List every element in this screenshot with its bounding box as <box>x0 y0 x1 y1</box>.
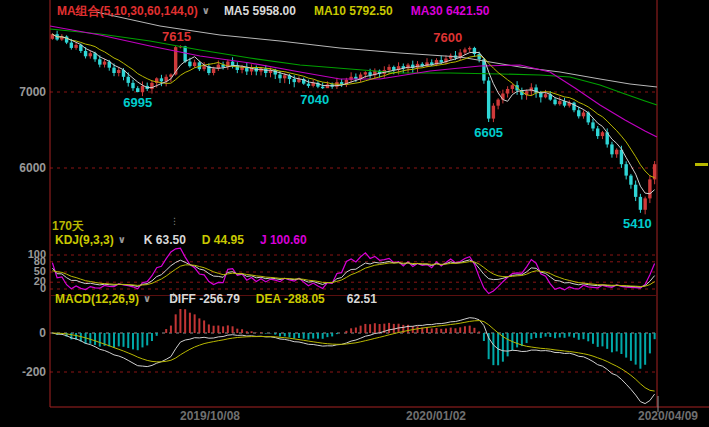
ma-group-chevron-icon[interactable]: ∨ <box>202 4 210 18</box>
ma30-value: MA30 6421.50 <box>411 4 490 18</box>
pane-divider-handle[interactable]: ⋮ <box>170 219 179 223</box>
macd-tick-label: 0 <box>4 326 46 340</box>
chart-canvas[interactable] <box>0 0 709 427</box>
kdj-header: KDJ(9,3,3) ∨ K 63.50 D 44.95 J 100.60 <box>55 233 307 247</box>
macd-chevron-icon[interactable]: ∨ <box>143 292 151 306</box>
macd-diff-value: DIFF -256.79 <box>169 292 240 306</box>
macd-title[interactable]: MACD(12,26,9) <box>55 292 139 306</box>
y-tick-label: 6000 <box>4 161 46 175</box>
macd-tick-label: -200 <box>4 365 46 379</box>
kdj-d-value: D 44.95 <box>202 233 244 247</box>
price-annotation: 7600 <box>433 30 462 45</box>
macd-header: MACD(12,26,9) ∨ DIFF -256.79 DEA -288.05… <box>55 292 377 306</box>
macd-dea-value: DEA -288.05 <box>256 292 325 306</box>
ma10-value: MA10 5792.50 <box>314 4 393 18</box>
price-annotation: 6605 <box>474 125 503 140</box>
ma-group-label[interactable]: MA组合(5,10,30,60,144,0) <box>57 4 198 18</box>
kdj-chevron-icon[interactable]: ∨ <box>118 233 126 247</box>
date-label: 2020/01/02 <box>406 409 466 423</box>
kdj-j-value: J 100.60 <box>260 233 307 247</box>
kdj-k-value: K 63.50 <box>144 233 186 247</box>
macd-bar-value: 62.51 <box>347 292 377 306</box>
price-annotation: 6995 <box>123 95 152 110</box>
pane-divider-handle[interactable]: ⋮ <box>169 294 178 298</box>
kdj-title[interactable]: KDJ(9,3,3) <box>55 233 114 247</box>
main-header: MA组合(5,10,30,60,144,0) ∨ MA5 5958.00 MA1… <box>57 4 489 18</box>
price-annotation: 5410 <box>623 216 652 231</box>
y-tick-label: 7000 <box>4 85 46 99</box>
price-annotation: 7040 <box>300 92 329 107</box>
ma5-value: MA5 5958.00 <box>224 4 296 18</box>
date-label: 2020/04/09 <box>638 409 698 423</box>
date-label: 2019/10/08 <box>180 409 240 423</box>
kdj-tick-label: 0 <box>4 282 46 294</box>
chart-window: MA组合(5,10,30,60,144,0) ∨ MA5 5958.00 MA1… <box>0 0 709 427</box>
price-annotation: 7615 <box>162 29 191 44</box>
